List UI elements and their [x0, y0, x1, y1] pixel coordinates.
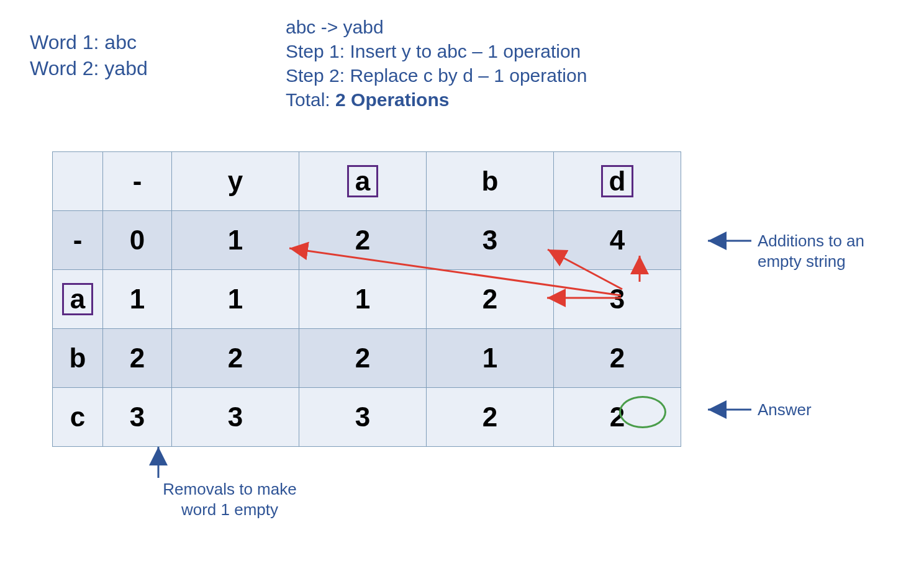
word1-label: Word 1: abc: [30, 30, 148, 56]
dp-cell: 1: [299, 270, 427, 329]
dp-cell: 3: [554, 270, 681, 329]
dp-cell: 1: [172, 270, 299, 329]
dp-cell: 3: [103, 388, 172, 447]
col-header-b: b: [427, 152, 554, 211]
dp-cell: 4: [554, 211, 681, 270]
additions-note: Additions to an empty string: [758, 231, 882, 271]
col-header-y: y: [172, 152, 299, 211]
total-prefix: Total:: [286, 89, 335, 110]
dp-cell: 2: [172, 329, 299, 388]
dp-cell: 2: [554, 329, 681, 388]
dp-cell: 1: [103, 270, 172, 329]
row-header-c: c: [53, 388, 103, 447]
word2-label: Word 2: yabd: [30, 56, 148, 82]
step-2-line: Step 2: Replace c by d – 1 operation: [286, 63, 587, 88]
removals-note: Removals to make word 1 empty: [149, 479, 310, 519]
word-definitions: Word 1: abc Word 2: yabd: [30, 30, 148, 81]
col-header-a: a: [299, 152, 427, 211]
dp-cell: 2: [299, 211, 427, 270]
dp-cell: 2: [427, 388, 554, 447]
dp-cell: 3: [427, 211, 554, 270]
dp-cell: 1: [172, 211, 299, 270]
dp-cell: 0: [103, 211, 172, 270]
steps-block: abc -> yabd Step 1: Insert y to abc – 1 …: [286, 15, 587, 112]
row-header--: -: [53, 211, 103, 270]
row-header-b: b: [53, 329, 103, 388]
transform-line: abc -> yabd: [286, 15, 587, 39]
total-line: Total: 2 Operations: [286, 88, 587, 112]
boxed-header: a: [62, 283, 93, 315]
boxed-header: d: [601, 165, 634, 197]
boxed-header: a: [347, 165, 378, 197]
step-1-line: Step 1: Insert y to abc – 1 operation: [286, 39, 587, 63]
dp-cell: 3: [299, 388, 427, 447]
dp-cell: 2: [427, 270, 554, 329]
row-header-a: a: [53, 270, 103, 329]
dp-cell: 2: [103, 329, 172, 388]
total-bold: 2 Operations: [335, 89, 449, 110]
answer-note: Answer: [758, 400, 812, 420]
dp-cell: 1: [427, 329, 554, 388]
col-header-d: d: [554, 152, 681, 211]
corner-cell: [53, 152, 103, 211]
dp-cell: 2: [299, 329, 427, 388]
dp-cell: 3: [172, 388, 299, 447]
dp-table: -yabd-01234a11123b22212c33322: [52, 151, 681, 447]
dp-cell: 2: [554, 388, 681, 447]
col-header--: -: [103, 152, 172, 211]
